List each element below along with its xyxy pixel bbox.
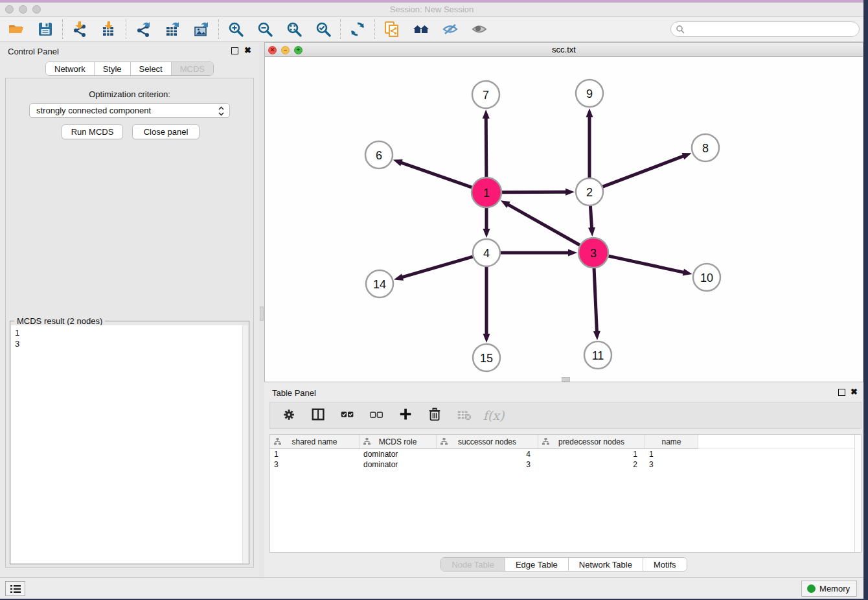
network-hscroll-thumb[interactable] xyxy=(562,377,570,382)
open-session-button[interactable] xyxy=(6,19,26,39)
table-cell[interactable]: 4 xyxy=(437,449,538,459)
toggle-panel-button[interactable] xyxy=(310,406,328,424)
search-input[interactable] xyxy=(670,21,860,37)
edge-arrowhead xyxy=(483,334,490,343)
edge-1-2[interactable] xyxy=(502,192,567,192)
column-tree-icon xyxy=(274,438,281,445)
table-row[interactable]: 1dominator411 xyxy=(270,449,861,459)
network-overview-button[interactable] xyxy=(411,19,431,39)
zoom-in-button[interactable] xyxy=(226,19,246,39)
control-panel-title: Control Panel xyxy=(8,47,59,56)
graph-node-label: 8 xyxy=(702,142,709,155)
table-cell[interactable]: dominator xyxy=(360,459,437,470)
function-icon: f(x) xyxy=(483,408,505,422)
search-box xyxy=(670,21,860,37)
memory-button[interactable]: Memory xyxy=(801,581,857,597)
column-header-shared-name[interactable]: shared name xyxy=(270,435,360,449)
import-table-button[interactable] xyxy=(99,19,119,39)
table-scrollbar[interactable] xyxy=(854,435,861,552)
mcds-result-box: MCDS result (2 nodes) 13 xyxy=(10,321,249,564)
show-hidden-button[interactable] xyxy=(470,19,489,39)
splitter-handle[interactable] xyxy=(260,306,264,321)
run-mcds-button[interactable]: Run MCDS xyxy=(62,124,123,139)
export-network-button[interactable] xyxy=(133,19,153,39)
edge-4-14[interactable] xyxy=(402,257,473,277)
export-image-button[interactable] xyxy=(192,19,211,39)
edge-arrowhead xyxy=(393,159,403,166)
mcds-result-item: 3 xyxy=(15,338,248,349)
workspace-column: ✕ – + scc.txt 7968124314101511 Table Pan… xyxy=(264,42,863,577)
edge-arrowhead xyxy=(683,269,692,276)
zoom-fit-button[interactable] xyxy=(284,19,304,39)
column-header-MCDS-role[interactable]: MCDS role xyxy=(360,435,437,449)
close-icon[interactable]: ✖ xyxy=(244,46,251,55)
edge-3-11[interactable] xyxy=(594,268,597,332)
network-canvas[interactable]: 7968124314101511 xyxy=(265,57,863,382)
zoom-out-button[interactable] xyxy=(255,19,275,39)
uncheck-pair-icon xyxy=(369,407,385,424)
float-window-icon[interactable] xyxy=(231,47,238,54)
control-panel: Control Panel ✖ NetworkStyleSelectMCDS O… xyxy=(0,42,259,577)
zoom-fit-icon xyxy=(286,21,303,38)
edge-1-6[interactable] xyxy=(400,163,472,188)
duplicate-network-button[interactable] xyxy=(382,19,402,39)
graph-node-label: 6 xyxy=(376,149,382,162)
tab-motifs[interactable]: Motifs xyxy=(643,558,687,571)
optimization-criterion-select[interactable]: strongly connected component xyxy=(29,103,230,118)
refresh-button[interactable] xyxy=(348,19,367,39)
table-cell[interactable]: dominator xyxy=(360,449,437,459)
status-bar: Memory xyxy=(0,577,863,599)
edge-2-3[interactable] xyxy=(590,206,591,229)
float-window-icon[interactable] xyxy=(838,389,845,396)
vertical-splitter[interactable] xyxy=(259,42,264,577)
table-cell[interactable]: 1 xyxy=(270,449,360,459)
select-all-columns-button[interactable] xyxy=(339,406,357,424)
table-cell[interactable]: 3 xyxy=(270,459,360,470)
tab-node-table[interactable]: Node Table xyxy=(441,558,505,571)
mcds-result-scrollbar[interactable] xyxy=(242,325,248,563)
window-title: Session: New Session xyxy=(0,5,863,14)
edge-2-8[interactable] xyxy=(603,156,685,187)
delete-column-button[interactable] xyxy=(426,406,444,424)
table-cell[interactable]: 3 xyxy=(645,459,698,470)
edge-3-1[interactable] xyxy=(507,204,580,245)
toolbar-separator xyxy=(218,19,219,39)
stepper-arrows-icon xyxy=(218,106,225,117)
tab-network-table[interactable]: Network Table xyxy=(569,558,643,571)
column-settings-button[interactable] xyxy=(280,406,299,424)
floppy-icon xyxy=(37,21,54,38)
tab-edge-table[interactable]: Edge Table xyxy=(505,558,569,571)
edge-1-7[interactable] xyxy=(486,117,486,177)
save-session-button[interactable] xyxy=(36,19,55,39)
memory-status-dot xyxy=(807,584,816,593)
table-cell[interactable]: 1 xyxy=(645,449,698,459)
column-header-successor-nodes[interactable]: successor nodes xyxy=(437,435,538,449)
columns-icon xyxy=(311,407,326,424)
add-column-button[interactable] xyxy=(397,406,415,424)
edge-3-10[interactable] xyxy=(608,256,684,272)
column-label: name xyxy=(661,437,681,446)
table-cell[interactable]: 1 xyxy=(538,449,645,459)
column-header-name[interactable]: name xyxy=(645,435,698,449)
close-panel-button[interactable]: Close panel xyxy=(132,124,200,139)
edge-arrowhead xyxy=(681,153,691,159)
zoom-selected-button[interactable] xyxy=(314,19,333,39)
app-titlebar: Session: New Session xyxy=(0,3,863,17)
column-header-predecessor-nodes[interactable]: predecessor nodes xyxy=(538,435,645,449)
tab-mcds[interactable]: MCDS xyxy=(172,62,213,75)
tab-network[interactable]: Network xyxy=(46,62,95,75)
table-row[interactable]: 3dominator323 xyxy=(270,459,861,470)
image-export-icon xyxy=(193,21,210,38)
table-cell[interactable]: 3 xyxy=(437,459,538,470)
tab-select[interactable]: Select xyxy=(131,62,172,75)
task-history-button[interactable] xyxy=(5,581,25,596)
memory-label: Memory xyxy=(819,584,850,594)
import-network-button[interactable] xyxy=(70,19,89,39)
export-table-button[interactable] xyxy=(163,19,182,39)
table-cell[interactable]: 2 xyxy=(538,459,645,470)
hide-selected-button[interactable] xyxy=(440,19,460,39)
edge-arrowhead xyxy=(483,110,490,119)
close-icon[interactable]: ✖ xyxy=(851,387,858,397)
deselect-all-columns-button[interactable] xyxy=(368,406,386,424)
tab-style[interactable]: Style xyxy=(95,62,131,75)
